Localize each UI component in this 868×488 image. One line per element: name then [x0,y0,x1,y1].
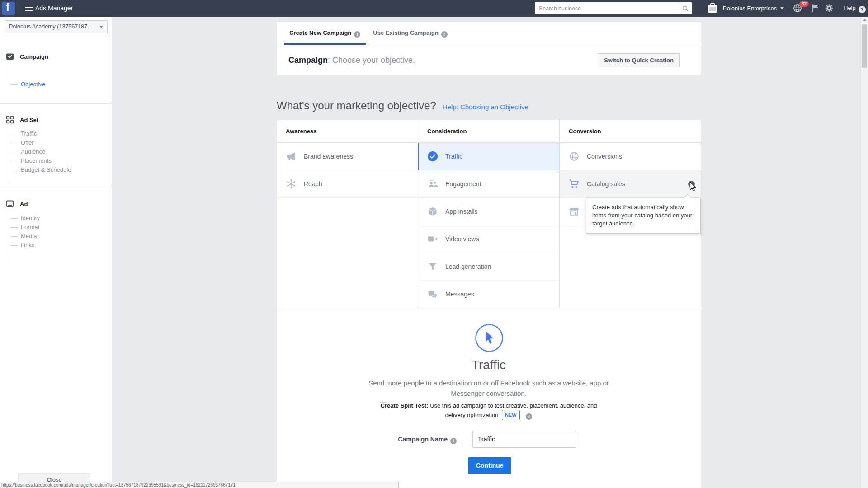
browser-status-bar: https://business.facebook.com/ads/manage… [0,482,399,488]
business-search [535,2,692,14]
column-header: Conversion [560,120,701,143]
search-input[interactable] [535,5,678,12]
sidebar-item-placements: Placements [1,157,52,164]
adset-grid-icon [5,115,14,124]
objective-row-engagement[interactable]: Engagement [418,170,559,198]
sidebar-item-identity: Identity [1,215,40,221]
objective-row-brand-awareness[interactable]: Brand awareness [277,143,418,170]
sidebar-item-links: Links [1,242,34,249]
info-icon[interactable] [354,31,360,38]
column-awareness: Awareness Brand awareness Reach [277,120,418,309]
help-choosing-objective-link[interactable]: Help: Choosing an Objective [443,103,528,111]
tab-label: Create New Campaign [289,29,351,36]
sidebar-item-offer: Offer [1,139,34,146]
video-camera-icon [427,234,438,244]
column-header: Awareness [277,120,418,143]
sidebar-item-budget-schedule: Budget & Schedule [1,166,71,173]
column-consideration: Consideration Traffic Engagement App ins… [418,120,560,309]
tab-create-new-campaign[interactable]: Create New Campaign [283,22,367,45]
campaign-name-label: Campaign Name [277,431,457,448]
objective-row-traffic[interactable]: Traffic [418,143,559,170]
objective-row-conversions[interactable]: Conversions [560,143,701,170]
chat-bubbles-icon [427,289,438,300]
objective-question: What's your marketing objective?Help: Ch… [277,99,528,112]
search-button[interactable] [678,2,692,14]
objective-row-reach[interactable]: Reach [277,170,418,198]
campaign-name-input[interactable] [472,431,576,448]
search-icon [682,5,689,12]
info-icon[interactable] [526,413,532,420]
section-label: Ad [20,201,28,207]
campaign-header-card: Create New Campaign Use Existing Campaig… [276,21,701,75]
help-menu[interactable]: Help [844,5,866,13]
briefcase-icon [707,1,718,15]
campaign-name-row: Campaign Name [277,431,701,448]
megaphone-icon [286,151,297,162]
reach-network-icon [286,178,297,189]
objective-label: Video views [445,235,479,243]
objective-label: Engagement [445,180,481,188]
app-title: Ads Manager [35,5,73,12]
ad-card-icon [5,199,14,208]
check-circle-icon [427,151,438,162]
continue-button[interactable]: Continue [468,457,511,474]
chevron-down-icon [99,26,103,28]
scrollbar-thumb[interactable] [862,24,867,68]
sidebar-item-objective[interactable]: Objective [1,81,45,88]
traffic-objective-icon [475,324,504,352]
hamburger-menu-icon[interactable] [25,5,33,12]
objective-row-messages[interactable]: Messages [418,281,559,308]
objective-row-app-installs[interactable]: App installs [418,198,559,225]
ad-account-selector[interactable]: Polonius Academy (137567187... [5,20,108,33]
main-content: Create New Campaign Use Existing Campaig… [276,17,701,488]
storefront-icon [569,206,580,217]
creation-sidebar: Polonius Academy (137567187... Campaign … [0,17,112,488]
notification-badge: 32 [799,1,809,7]
objective-label: Lead generation [445,263,491,270]
objective-label: Brand awareness [304,153,353,160]
chevron-down-icon [780,7,784,9]
split-test-label: Create Split Test: [381,402,429,409]
section-label: Campaign [20,53,48,60]
objective-row-catalog-sales[interactable]: Catalog sales [560,170,701,198]
tab-label: Use Existing Campaign [373,29,438,36]
ad-account-name: Polonius Academy (137567187... [9,23,96,30]
gear-icon[interactable] [825,4,834,13]
top-bar: Ads Manager Polonius Enterprises 32 Help [0,0,868,17]
business-name: Polonius Enterprises [723,5,777,12]
business-switcher[interactable]: Polonius Enterprises [707,1,784,15]
switch-quick-creation-button[interactable]: Switch to Quick Creation [598,53,680,67]
objective-row-lead-generation[interactable]: Lead generation [418,253,559,281]
objective-label: Conversions [587,153,622,160]
sidebar-section-adset: Ad Set [5,115,38,124]
new-badge: NEW [502,410,520,420]
tab-use-existing-campaign[interactable]: Use Existing Campaign [367,22,453,45]
creation-tabs: Create New Campaign Use Existing Campaig… [277,22,701,45]
sidebar-item-traffic: Traffic [1,130,37,137]
column-header: Consideration [418,120,559,143]
info-icon[interactable] [450,438,457,444]
globe-icon [569,151,580,162]
selected-objective-description: Send more people to a destination on or … [365,378,612,399]
scroll-up-arrow-icon[interactable] [863,19,867,21]
split-test-text: Create Split Test: Use this ad campaign … [277,401,701,420]
objective-label: Catalog sales [587,180,625,188]
facebook-logo-icon[interactable] [2,2,15,15]
flag-icon[interactable] [811,4,819,13]
info-icon[interactable] [441,31,448,38]
objective-label: Traffic [445,153,462,160]
split-test-line2: delivery optimization [445,412,499,418]
mouse-cursor-icon [689,182,698,191]
catalog-sales-tooltip: Create ads that automatically show items… [586,198,701,234]
objective-row-video-views[interactable]: Video views [418,225,559,253]
section-label: Ad Set [20,117,38,123]
page-scrollbar[interactable] [860,17,868,488]
question-mark-icon [859,6,866,13]
split-test-line1: Use this ad campaign to test creative, p… [429,402,597,409]
sidebar-item-media: Media [1,233,37,239]
step-name: Campaign [288,56,328,65]
sidebar-item-audience: Audience [1,148,45,155]
sidebar-section-campaign: Campaign [5,52,48,61]
objective-panel: Awareness Brand awareness Reach Consider… [276,120,701,488]
funnel-icon [427,261,438,272]
